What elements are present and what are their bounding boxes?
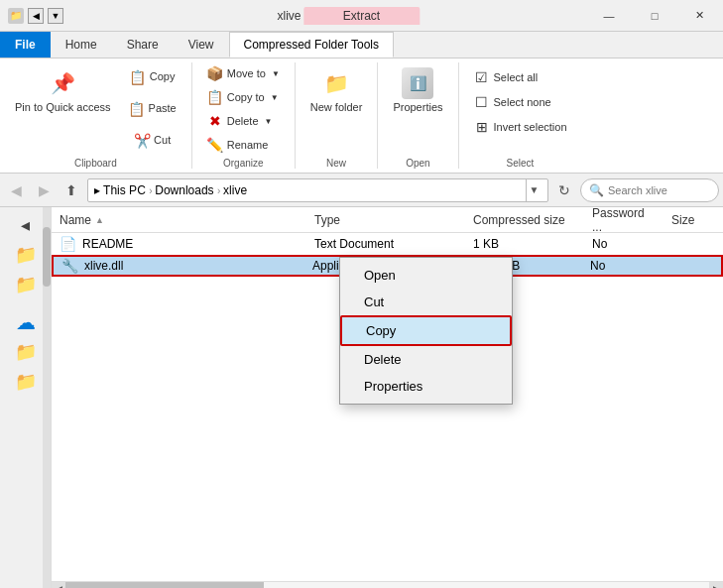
- rename-button[interactable]: ✏️ Rename: [200, 134, 287, 156]
- tab-home[interactable]: Home: [51, 32, 112, 58]
- tab-file[interactable]: File: [0, 32, 51, 58]
- close-button[interactable]: ✕: [677, 0, 723, 32]
- ctx-properties-label: Properties: [364, 379, 422, 394]
- select-group-label: Select: [507, 156, 535, 169]
- readme-filename: README: [82, 237, 133, 251]
- ribbon-tabs: File Home Share View Compressed Folder T…: [0, 32, 723, 58]
- invert-selection-button[interactable]: ⊞ Invert selection: [467, 116, 574, 138]
- xlive-size: [662, 257, 721, 275]
- xlive-filename: xlive.dll: [84, 259, 123, 273]
- sidebar-cloud[interactable]: ☁: [8, 308, 44, 336]
- maximize-button[interactable]: □: [632, 0, 677, 32]
- scroll-track[interactable]: [65, 582, 709, 589]
- sidebar-item-2[interactable]: 📁: [8, 271, 44, 298]
- search-input[interactable]: [608, 184, 710, 196]
- app-icon: 📁: [8, 8, 24, 24]
- readme-type: Text Document: [306, 233, 465, 254]
- quick-access-forward[interactable]: ▼: [48, 8, 63, 24]
- scroll-left-button[interactable]: ◀: [52, 582, 65, 589]
- file-row-readme[interactable]: 📄 README Text Document 1 KB No: [52, 233, 723, 255]
- pin-to-quick-button[interactable]: 📌 Pin to Quick access: [8, 62, 118, 119]
- col-compressed-size[interactable]: Compressed size: [465, 207, 584, 232]
- copy-to-button[interactable]: 📋 Copy to ▼: [200, 86, 287, 108]
- main-area: ◂ 📁 📁 ☁ 📁 📁 Name ▲ Type Compressed size …: [0, 207, 723, 588]
- col-password[interactable]: Password ...: [584, 207, 663, 232]
- invert-icon: ⊞: [474, 119, 490, 135]
- paste-label: Paste: [149, 102, 177, 115]
- move-to-arrow: ▼: [272, 69, 280, 78]
- scroll-right-button[interactable]: ▶: [709, 582, 723, 589]
- new-folder-icon: 📁: [320, 67, 352, 99]
- path-breadcrumb: ▸ This PC › Downloads › xlive: [94, 183, 247, 197]
- properties-button[interactable]: ℹ️ Properties: [386, 62, 449, 119]
- ribbon-group-select: ☑ Select all ☐ Select none ⊞ Invert sele…: [459, 62, 582, 169]
- address-bar: ◀ ▶ ⬆ ▸ This PC › Downloads › xlive ▼ ↻ …: [0, 174, 723, 207]
- path-chevron[interactable]: ▼: [526, 178, 542, 202]
- invert-label: Invert selection: [494, 121, 567, 133]
- window-controls: — □ ✕: [586, 0, 723, 32]
- new-group-label: New: [326, 156, 346, 169]
- select-all-icon: ☑: [474, 69, 490, 85]
- ctx-open[interactable]: Open: [340, 262, 512, 289]
- col-size[interactable]: Size: [663, 207, 723, 232]
- ctx-copy[interactable]: Copy: [340, 315, 512, 346]
- title-bar-left: 📁 ◀ ▼: [0, 8, 71, 24]
- sidebar-item-3[interactable]: 📁: [8, 338, 44, 366]
- ribbon-group-open: ℹ️ Properties Open: [378, 62, 458, 169]
- xlive-password: No: [582, 257, 662, 275]
- delete-arrow: ▼: [265, 117, 273, 126]
- organize-group-label: Organize: [223, 156, 264, 169]
- readme-password: No: [584, 233, 663, 254]
- select-none-button[interactable]: ☐ Select none: [467, 91, 574, 113]
- properties-label: Properties: [393, 101, 442, 114]
- sidebar-scrollbar[interactable]: [43, 207, 51, 588]
- move-to-button[interactable]: 📦 Move to ▼: [200, 62, 287, 84]
- horizontal-scrollbar[interactable]: ◀ ▶: [52, 581, 723, 588]
- delete-button[interactable]: ✖ Delete ▼: [200, 110, 287, 132]
- sidebar-item-4[interactable]: 📁: [8, 368, 44, 396]
- tab-compressed-folder-tools[interactable]: Compressed Folder Tools: [229, 32, 395, 58]
- new-folder-button[interactable]: 📁 New folder: [303, 62, 370, 119]
- address-path[interactable]: ▸ This PC › Downloads › xlive ▼: [87, 178, 548, 202]
- refresh-button[interactable]: ↻: [552, 178, 576, 202]
- minimize-button[interactable]: —: [586, 0, 632, 32]
- copy-to-arrow: ▼: [271, 93, 279, 102]
- file-pane: Name ▲ Type Compressed size Password ...…: [52, 207, 723, 588]
- ctx-cut[interactable]: Cut: [340, 289, 512, 315]
- up-button[interactable]: ⬆: [60, 178, 83, 202]
- select-all-button[interactable]: ☑ Select all: [467, 66, 574, 88]
- scissors-icon: ✂️: [132, 131, 152, 151]
- extract-tab[interactable]: Extract: [303, 7, 420, 25]
- copy-to-icon: 📋: [207, 89, 223, 105]
- quick-access-back[interactable]: ◀: [28, 8, 44, 24]
- clipboard-items: 📌 Pin to Quick access 📋 Copy 📋 Paste ✂️ …: [8, 62, 183, 156]
- cut-button[interactable]: ✂️ Cut: [120, 126, 183, 156]
- ctx-properties[interactable]: Properties: [340, 373, 512, 400]
- paste-button[interactable]: 📋 Paste: [120, 94, 183, 124]
- copy-button[interactable]: 📋 Copy: [120, 62, 183, 92]
- forward-button[interactable]: ▶: [32, 178, 56, 202]
- select-items: ☑ Select all ☐ Select none ⊞ Invert sele…: [467, 62, 574, 156]
- col-type[interactable]: Type: [306, 207, 465, 232]
- tab-view[interactable]: View: [174, 32, 229, 58]
- xlive-icon: 🔧: [61, 258, 78, 274]
- path-this-pc[interactable]: ▸ This PC: [94, 183, 146, 197]
- back-button[interactable]: ◀: [4, 178, 28, 202]
- move-to-label: Move to: [227, 67, 266, 79]
- tab-share[interactable]: Share: [112, 32, 174, 58]
- delete-icon: ✖: [207, 113, 223, 129]
- sidebar-scroll-thumb[interactable]: [43, 227, 51, 287]
- file-list: 📄 README Text Document 1 KB No 🔧 xlive.d…: [52, 233, 723, 581]
- path-xlive[interactable]: xlive: [223, 183, 247, 197]
- scroll-thumb[interactable]: [65, 582, 264, 589]
- copy-to-label: Copy to: [227, 91, 265, 103]
- col-name[interactable]: Name ▲: [52, 207, 306, 232]
- sidebar-expand-toggle[interactable]: ◂: [8, 211, 44, 239]
- path-downloads[interactable]: Downloads: [155, 183, 213, 197]
- select-all-label: Select all: [494, 71, 539, 83]
- title-bar: 📁 ◀ ▼ Extract xlive — □ ✕: [0, 0, 723, 32]
- rename-icon: ✏️: [207, 137, 223, 153]
- ctx-delete[interactable]: Delete: [340, 346, 512, 373]
- sidebar-item-1[interactable]: 📁: [8, 241, 44, 269]
- search-box[interactable]: 🔍: [580, 178, 719, 202]
